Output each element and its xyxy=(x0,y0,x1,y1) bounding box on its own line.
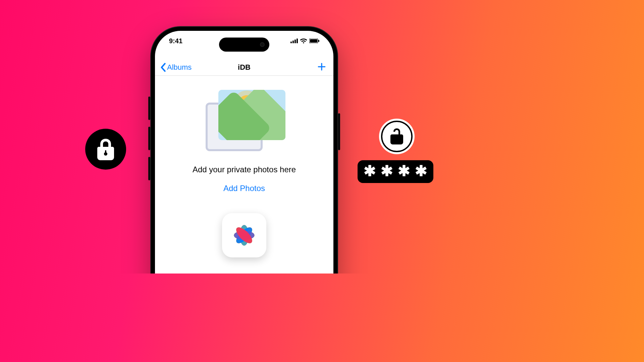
iphone-frame: 9:41 xyxy=(150,26,338,274)
svg-rect-6 xyxy=(318,40,319,42)
mask-char: ✱ xyxy=(415,164,427,178)
dynamic-island xyxy=(219,38,269,52)
lock-icon xyxy=(85,129,126,170)
svg-rect-5 xyxy=(310,39,317,43)
cellular-icon xyxy=(290,39,298,43)
iphone-screen: 9:41 xyxy=(155,31,333,274)
lock-open-icon xyxy=(389,127,405,146)
back-button[interactable]: Albums xyxy=(160,63,192,72)
nav-bar: Albums iDB xyxy=(155,59,333,76)
page-title: iDB xyxy=(238,63,251,72)
empty-heading: Add your private photos here xyxy=(193,165,296,174)
svg-rect-0 xyxy=(290,42,292,43)
unlock-icon xyxy=(379,119,415,154)
mask-char: ✱ xyxy=(364,164,376,178)
back-label: Albums xyxy=(167,63,192,72)
add-button[interactable] xyxy=(317,62,326,72)
lock-closed-icon xyxy=(96,138,115,160)
photos-app-icon xyxy=(222,213,266,257)
add-photos-button[interactable]: Add Photos xyxy=(223,184,265,193)
chevron-left-icon xyxy=(160,63,166,72)
wifi-icon xyxy=(300,38,307,44)
status-time: 9:41 xyxy=(169,37,182,45)
empty-album-state: Add your private photos here Add Photos xyxy=(155,81,333,274)
status-indicators xyxy=(290,38,319,44)
svg-rect-3 xyxy=(297,39,298,43)
empty-photo-illustration xyxy=(206,90,283,154)
mask-char: ✱ xyxy=(398,164,410,178)
svg-rect-1 xyxy=(292,41,294,43)
mask-char: ✱ xyxy=(381,164,393,178)
plus-icon xyxy=(317,62,326,71)
password-mask: ✱ ✱ ✱ ✱ xyxy=(358,160,433,183)
battery-icon xyxy=(309,39,319,43)
svg-rect-2 xyxy=(294,40,296,43)
